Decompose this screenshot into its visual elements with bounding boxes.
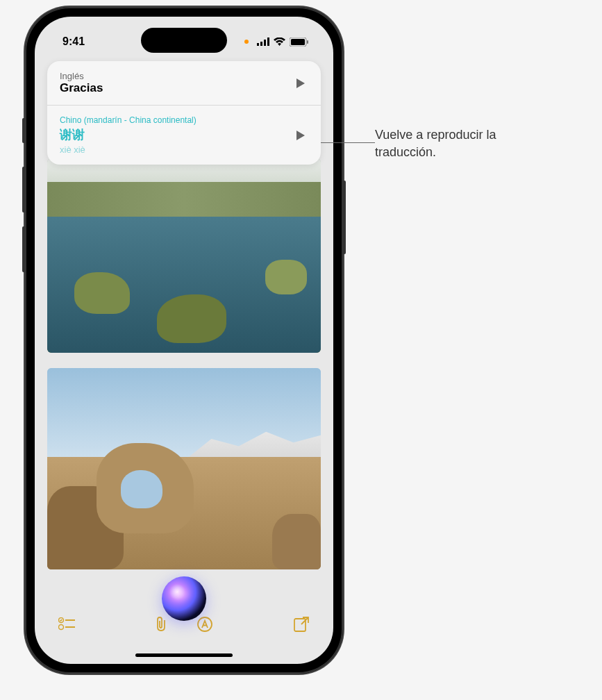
iphone-device-frame: 9:41 Inglés Gracias — [25, 7, 343, 674]
svg-rect-0 — [257, 43, 259, 46]
source-text-block: Inglés Gracias — [60, 71, 285, 95]
phone-screen: 9:41 Inglés Gracias — [35, 17, 333, 664]
play-translation-button[interactable] — [293, 128, 308, 143]
siri-orb[interactable] — [162, 576, 206, 621]
translation-source-section: Inglés Gracias — [47, 61, 321, 106]
photo-stream-landscape — [47, 158, 321, 353]
wifi-icon — [274, 38, 285, 46]
battery-icon — [290, 38, 308, 47]
svg-rect-3 — [267, 38, 269, 46]
background-photos-area — [47, 156, 321, 601]
source-language-label: Inglés — [60, 71, 285, 81]
new-note-button[interactable] — [293, 616, 310, 635]
siri-translation-card: Inglés Gracias Chino (mandarín - China c… — [47, 61, 321, 165]
home-indicator[interactable] — [135, 653, 233, 657]
target-text: 谢谢 — [60, 126, 285, 143]
side-button-volume-down — [22, 226, 25, 272]
status-icons — [244, 38, 308, 47]
checklist-button[interactable] — [58, 617, 75, 634]
source-text: Gracias — [60, 81, 285, 95]
markup-button[interactable] — [197, 616, 213, 635]
side-button-volume-up — [22, 167, 25, 212]
cellular-signal-icon — [257, 38, 269, 46]
status-time: 9:41 — [62, 35, 85, 48]
side-button-silence — [22, 118, 25, 143]
svg-rect-1 — [260, 42, 262, 46]
svg-rect-6 — [307, 40, 308, 44]
svg-point-9 — [59, 625, 64, 630]
target-text-block: Chino (mandarín - China continental) 谢谢 … — [60, 115, 285, 155]
callout-annotation: Vuelve a reproducir la traducción. — [375, 126, 542, 161]
callout-text: Vuelve a reproducir la traducción. — [375, 126, 542, 161]
siri-orb-glow — [169, 585, 191, 603]
dynamic-island — [141, 28, 227, 53]
attachment-button[interactable] — [155, 616, 169, 635]
photo-rock-arch — [47, 368, 321, 569]
svg-rect-5 — [291, 39, 305, 45]
svg-rect-2 — [264, 40, 266, 46]
play-source-button[interactable] — [293, 76, 308, 91]
side-button-power — [343, 181, 346, 254]
target-language-label: Chino (mandarín - China continental) — [60, 115, 285, 125]
svg-rect-12 — [294, 619, 306, 631]
translation-target-section: Chino (mandarín - China continental) 谢谢 … — [47, 106, 321, 165]
target-romanization: xiè xiè — [60, 144, 285, 155]
play-icon — [296, 130, 306, 141]
play-icon — [296, 78, 306, 89]
mic-in-use-indicator-icon — [244, 40, 249, 44]
